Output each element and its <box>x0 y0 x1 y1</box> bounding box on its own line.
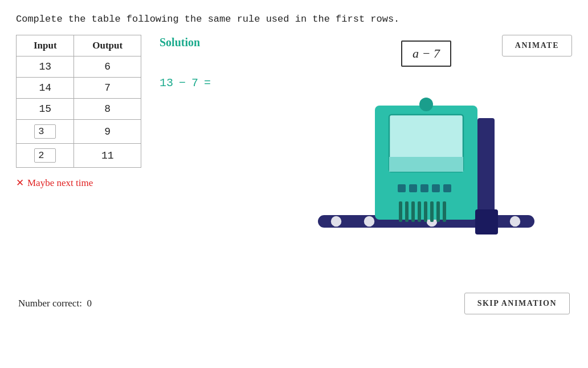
input-cell: 14 <box>17 78 74 99</box>
eq-num1: 13 <box>160 76 173 90</box>
animate-button[interactable]: ANIMATE <box>502 35 572 56</box>
output-cell: 8 <box>74 99 141 120</box>
svg-rect-24 <box>443 201 446 222</box>
eq-equals: = <box>204 76 211 90</box>
svg-rect-20 <box>418 201 421 222</box>
output-cell: 11 <box>74 144 141 168</box>
input-cell[interactable]: 3 <box>17 120 74 144</box>
input-cell: 13 <box>17 56 74 78</box>
eq-op: − <box>179 76 186 90</box>
eq-num2: 7 <box>191 76 198 90</box>
svg-rect-17 <box>399 201 402 222</box>
skip-animation-button[interactable]: SKIP ANIMATION <box>464 293 570 314</box>
output-cell: 6 <box>74 56 141 78</box>
input-cell: 15 <box>17 99 74 120</box>
input-output-table: Input Output 13614715839211 <box>16 35 141 168</box>
instruction-text: Complete the table following the same ru… <box>16 14 572 25</box>
svg-rect-12 <box>420 184 428 192</box>
svg-rect-9 <box>389 157 463 172</box>
number-correct-label: Number correct: <box>18 298 82 309</box>
feedback-text: Maybe next time <box>27 177 93 189</box>
formula-box: a − 7 <box>401 41 451 67</box>
output-cell: 9 <box>74 120 141 144</box>
input-box[interactable]: 2 <box>34 148 56 163</box>
svg-rect-19 <box>411 201 415 222</box>
solution-label: Solution <box>160 36 262 49</box>
feedback-message: ✕ Maybe next time <box>16 177 141 189</box>
svg-point-2 <box>364 216 375 227</box>
svg-rect-14 <box>443 184 451 192</box>
input-cell[interactable]: 2 <box>17 144 74 168</box>
machine-illustration <box>312 77 540 260</box>
svg-rect-11 <box>409 184 417 192</box>
formula-area: a − 7 <box>280 35 572 260</box>
x-icon: ✕ <box>16 177 24 189</box>
table-row: 39 <box>17 120 141 144</box>
middle-panel: Solution 13 − 7 = <box>160 35 262 90</box>
table-row: 158 <box>17 99 141 120</box>
svg-rect-16 <box>475 209 498 234</box>
left-panel: Input Output 13614715839211 ✕ Maybe next… <box>16 35 141 189</box>
equation: 13 − 7 = <box>160 76 262 90</box>
svg-rect-13 <box>432 184 440 192</box>
svg-rect-22 <box>430 201 434 222</box>
main-area: Input Output 13614715839211 ✕ Maybe next… <box>16 35 572 274</box>
bottom-bar: Number correct: 0 SKIP ANIMATION <box>16 293 572 314</box>
input-box[interactable]: 3 <box>34 124 56 139</box>
col-input-header: Input <box>17 35 74 56</box>
table-row: 147 <box>17 78 141 99</box>
svg-point-5 <box>509 216 521 227</box>
svg-rect-18 <box>405 201 409 222</box>
svg-rect-21 <box>424 201 427 222</box>
table-row: 136 <box>17 56 141 78</box>
svg-point-7 <box>419 98 433 111</box>
number-correct-text: Number correct: 0 <box>18 298 92 309</box>
right-panel: ANIMATE a − 7 <box>280 35 572 274</box>
col-output-header: Output <box>74 35 141 56</box>
svg-rect-10 <box>398 184 406 192</box>
table-row: 211 <box>17 144 141 168</box>
svg-rect-15 <box>477 118 495 220</box>
svg-point-1 <box>330 216 342 227</box>
output-cell: 7 <box>74 78 141 99</box>
number-correct-value: 0 <box>87 298 92 309</box>
formula-text: a − 7 <box>413 46 440 60</box>
svg-rect-23 <box>436 201 440 222</box>
